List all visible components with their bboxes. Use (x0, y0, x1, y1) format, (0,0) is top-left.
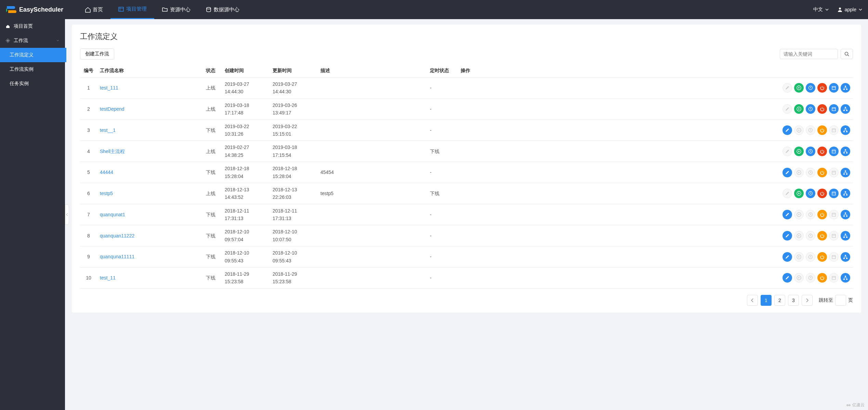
nav-item-3[interactable]: 数据源中心 (198, 0, 247, 19)
sidebar-item-1[interactable]: 工作流 (0, 33, 65, 48)
op-run[interactable] (794, 189, 804, 198)
op-tree[interactable] (841, 273, 850, 283)
op-toggle-state[interactable] (817, 252, 827, 262)
cell-state: 下线 (203, 120, 222, 141)
sidebar-label: 工作流 (14, 38, 28, 44)
col-header-desc: 描述 (318, 64, 427, 78)
cell-updated: 2018-12-13 22:26:03 (270, 183, 318, 204)
op-schedule[interactable] (829, 147, 839, 156)
op-schedule[interactable] (829, 189, 839, 198)
language-switcher[interactable]: 中文 (813, 6, 829, 13)
op-tree[interactable] (841, 83, 850, 93)
sidebar-item-2[interactable]: 工作流定义 (0, 48, 65, 62)
search-button[interactable] (841, 49, 853, 59)
op-edit[interactable] (782, 168, 792, 177)
cell-desc (318, 141, 427, 162)
op-schedule (829, 168, 839, 177)
search-input[interactable] (780, 49, 838, 59)
workflow-name-link[interactable]: testp5 (100, 191, 113, 196)
watermark: 亿速云 (846, 402, 865, 408)
op-tree[interactable] (841, 210, 850, 219)
pagination-page[interactable]: 2 (774, 295, 785, 306)
sidebar-item-3[interactable]: 工作流实例 (0, 62, 65, 77)
op-schedule (829, 252, 839, 262)
op-run[interactable] (794, 147, 804, 156)
op-edit[interactable] (782, 210, 792, 219)
op-toggle-state[interactable] (817, 273, 827, 283)
svg-rect-56 (845, 255, 846, 256)
op-toggle-state[interactable] (817, 125, 827, 135)
pagination-jump-input[interactable] (835, 295, 846, 306)
svg-rect-62 (845, 276, 846, 277)
op-toggle-state[interactable] (817, 210, 827, 219)
op-toggle-state[interactable] (817, 147, 827, 156)
op-tree[interactable] (841, 104, 850, 114)
workflow-name-link[interactable]: testDepend (100, 106, 124, 112)
op-schedule[interactable] (829, 104, 839, 114)
sidebar-item-0[interactable]: 项目首页 (0, 19, 65, 33)
workflow-name-link[interactable]: quanquna11111 (100, 254, 134, 259)
workflow-name-link[interactable]: quanquan11222 (100, 233, 134, 238)
sidebar-item-4[interactable]: 任务实例 (0, 77, 65, 91)
cell-updated: 2018-12-10 10:07:50 (270, 225, 318, 246)
op-edit[interactable] (782, 125, 792, 135)
cell-timer: - (427, 120, 458, 141)
workflow-name-link[interactable]: quanqunat1 (100, 212, 125, 217)
user-menu[interactable]: apple (837, 7, 863, 12)
pagination-next[interactable] (802, 295, 813, 306)
op-run[interactable] (794, 104, 804, 114)
op-timing[interactable] (806, 104, 815, 114)
op-tree[interactable] (841, 168, 850, 177)
op-tree[interactable] (841, 252, 850, 262)
chevron-down-icon (858, 8, 863, 12)
cell-timer: 下线 (427, 183, 458, 204)
pagination-page[interactable]: 1 (761, 295, 772, 306)
workflow-name-link[interactable]: Shell主流程 (100, 149, 125, 154)
svg-rect-19 (832, 129, 836, 132)
workflow-name-link[interactable]: test__1 (100, 127, 116, 133)
op-toggle-state[interactable] (817, 189, 827, 198)
workflow-name-link[interactable]: test_111 (100, 85, 118, 91)
pagination-page[interactable]: 3 (788, 295, 799, 306)
col-header-index: 编号 (80, 64, 97, 78)
nav-item-1[interactable]: 项目管理 (110, 0, 154, 19)
svg-point-65 (846, 404, 849, 406)
op-timing[interactable] (806, 83, 815, 93)
svg-point-66 (849, 404, 851, 406)
op-tree[interactable] (841, 231, 850, 241)
cell-index: 4 (80, 141, 97, 162)
op-edit (782, 189, 792, 198)
sidebar-collapse-toggle[interactable] (65, 204, 69, 225)
op-tree[interactable] (841, 125, 850, 135)
brand-name: EasyScheduler (19, 6, 63, 13)
pagination: 123 跳转至 页 (80, 295, 853, 306)
op-tree[interactable] (841, 189, 850, 198)
cell-index: 2 (80, 98, 97, 120)
workflow-name-link[interactable]: 44444 (100, 169, 113, 175)
table-row: 2 testDepend 上线 2019-03-18 17:17:48 2019… (80, 98, 853, 120)
cell-timer: - (427, 268, 458, 289)
op-toggle-state[interactable] (817, 83, 827, 93)
brand-logo[interactable]: EasyScheduler (5, 4, 63, 15)
svg-rect-10 (846, 89, 847, 90)
nav-item-2[interactable]: 资源中心 (154, 0, 198, 19)
op-toggle-state[interactable] (817, 231, 827, 241)
workflow-name-link[interactable]: test_11 (100, 275, 116, 281)
svg-rect-39 (843, 194, 845, 195)
op-toggle-state[interactable] (817, 168, 827, 177)
op-timing[interactable] (806, 189, 815, 198)
create-workflow-button[interactable]: 创建工作流 (80, 49, 114, 59)
op-edit[interactable] (782, 252, 792, 262)
op-timing[interactable] (806, 147, 815, 156)
op-toggle-state[interactable] (817, 104, 827, 114)
op-schedule[interactable] (829, 83, 839, 93)
op-run[interactable] (794, 83, 804, 93)
nav-item-0[interactable]: 首页 (77, 0, 110, 19)
op-edit[interactable] (782, 231, 792, 241)
op-tree[interactable] (841, 147, 850, 156)
chevron-left-icon (66, 213, 68, 216)
svg-rect-14 (845, 107, 846, 108)
op-edit[interactable] (782, 273, 792, 283)
svg-rect-61 (832, 276, 836, 279)
pagination-prev[interactable] (747, 295, 758, 306)
